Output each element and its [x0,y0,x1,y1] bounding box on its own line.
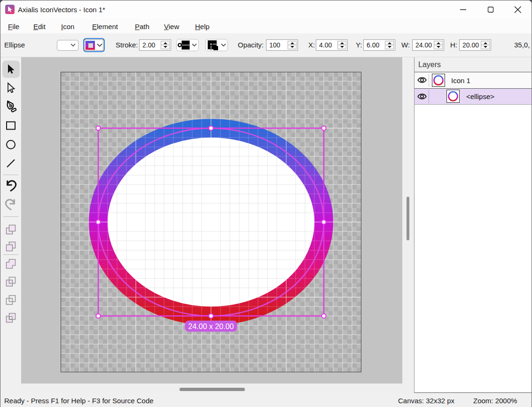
svg-text:24.00 x 20.00: 24.00 x 20.00 [188,323,234,330]
